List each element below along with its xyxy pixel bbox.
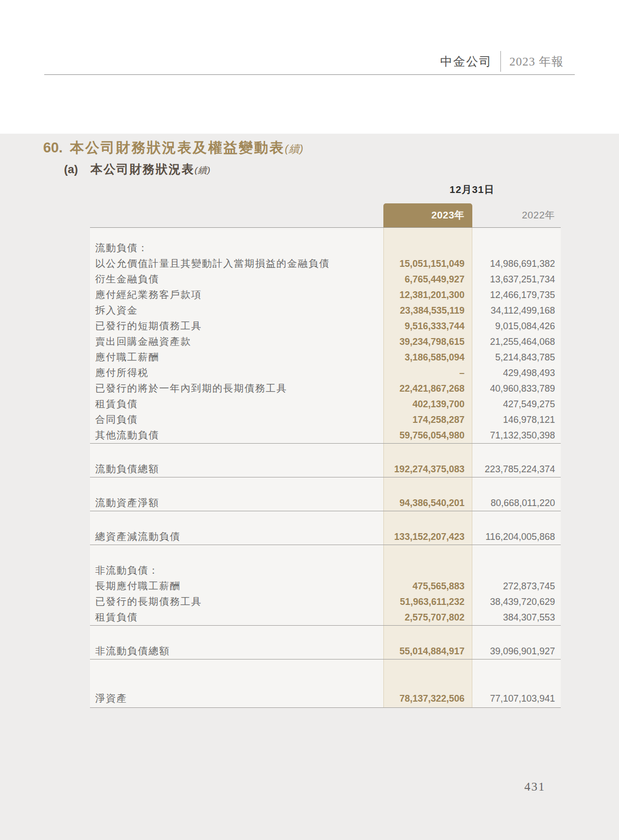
value-2023: 133,152,207,423 [383,529,472,545]
value-2023 [383,228,472,240]
value-2022 [472,626,561,643]
table-spacer-row [90,444,561,461]
value-2023: 39,234,798,615 [383,334,472,350]
row-label: 其他流動負債 [90,428,383,443]
value-2023 [383,545,472,563]
row-label: 淨資產 [90,690,383,707]
value-2022: 40,960,833,789 [472,381,561,396]
table-row: 租賃負債2,575,707,802384,307,553 [90,610,561,626]
subsection-title-continued: (續) [195,164,211,176]
value-2023 [383,511,472,529]
table-row: 應付職工薪酬3,186,585,0945,214,843,785 [90,350,561,365]
value-2023: 23,384,535,119 [383,303,472,318]
value-2022 [472,228,561,240]
value-2022: 14,986,691,382 [472,256,561,272]
value-2023: 6,765,449,927 [383,272,472,287]
value-2023: 15,051,151,049 [383,256,472,272]
table-row: 已發行的長期債務工具51,963,611,23238,439,720,629 [90,594,561,610]
row-label [90,660,383,690]
row-label: 衍生金融負債 [90,272,383,287]
row-label: 非流動負債： [90,563,383,578]
value-2022 [472,240,561,256]
table-row: 總資產減流動負債133,152,207,423116,204,005,868 [90,529,561,545]
header-rule [44,74,575,75]
table-row: 已發行的將於一年內到期的長期債務工具22,421,867,26840,960,8… [90,381,561,396]
table-row: 合同負債174,258,287146,978,121 [90,412,561,428]
value-2023: 192,274,375,083 [383,461,472,477]
section-title: 60. 本公司財務狀況表及權益變動表 (續) [43,138,304,157]
row-label: 總資產減流動負債 [90,529,383,545]
value-2022: 116,204,005,868 [472,529,561,545]
value-2022 [472,511,561,529]
row-label: 拆入資金 [90,303,383,318]
column-header-2022: 2022年 [522,203,555,227]
value-2022: 272,873,745 [472,578,561,594]
table-row: 流動負債： [90,240,561,256]
value-2023: 12,381,201,300 [383,287,472,303]
table-row: 以公允價值計量且其變動計入當期損益的金融負債15,051,151,04914,9… [90,256,561,272]
value-2022: 146,978,121 [472,412,561,428]
value-2022 [472,545,561,563]
table-row: 長期應付職工薪酬475,565,883272,873,745 [90,578,561,594]
report-year: 2023 年報 [509,54,564,70]
row-label [90,444,383,461]
column-header-2023: 2023年 [383,203,472,227]
subsection-title-text: 本公司財務狀況表 [91,161,195,177]
value-2023 [383,660,472,690]
value-2023: 174,258,287 [383,412,472,428]
row-label: 租賃負債 [90,396,383,412]
row-label: 已發行的將於一年內到期的長期債務工具 [90,381,383,396]
table-row: 應付所得税–429,498,493 [90,365,561,381]
page-number: 431 [524,780,546,794]
table-row: 應付經紀業務客戶款項12,381,201,30012,466,179,735 [90,287,561,303]
row-label: 賣出回購金融資產款 [90,334,383,350]
row-label: 合同負債 [90,412,383,428]
row-label [90,511,383,529]
table-row: 其他流動負債59,756,054,98071,132,350,398 [90,428,561,444]
value-2022 [472,660,561,690]
value-2022 [472,563,561,578]
table-spacer-row [90,477,561,495]
table-row: 流動資產淨額94,386,540,20180,668,011,220 [90,495,561,511]
value-2022: 5,214,843,785 [472,350,561,365]
table-spacer-row [90,545,561,563]
value-2023: 3,186,585,094 [383,350,472,365]
table-row: 已發行的短期債務工具9,516,333,7449,015,084,426 [90,318,561,334]
table-row: 賣出回購金融資產款39,234,798,61521,255,464,068 [90,334,561,350]
value-2022: 13,637,251,734 [472,272,561,287]
table-row: 非流動負債： [90,563,561,578]
subsection-letter: (a) [64,163,78,176]
row-label: 流動資產淨額 [90,495,383,511]
value-2023 [383,563,472,578]
row-label: 以公允價值計量且其變動計入當期損益的金融負債 [90,256,383,272]
table-spacer-row [90,228,561,240]
value-2022: 427,549,275 [472,396,561,412]
row-label: 長期應付職工薪酬 [90,578,383,594]
row-label: 應付職工薪酬 [90,350,383,365]
table-row: 租賃負債402,139,700427,549,275 [90,396,561,412]
row-label: 已發行的短期債務工具 [90,318,383,334]
row-label: 流動負債： [90,240,383,256]
value-2023: 94,386,540,201 [383,495,472,511]
section-title-text: 本公司財務狀況表及權益變動表 [70,138,285,157]
value-2022: 80,668,011,220 [472,495,561,511]
value-2023 [383,240,472,256]
row-label: 租賃負債 [90,610,383,625]
table-row: 衍生金融負債6,765,449,92713,637,251,734 [90,272,561,287]
table-row: 拆入資金23,384,535,11934,112,499,168 [90,303,561,318]
row-label: 應付所得税 [90,365,383,381]
table-body: 流動負債：以公允價值計量且其變動計入當期損益的金融負債15,051,151,04… [90,227,561,708]
table-row: 淨資產78,137,322,50677,107,103,941 [90,690,561,708]
value-2023 [383,444,472,461]
value-2022: 429,498,493 [472,365,561,381]
row-label: 流動負債總額 [90,461,383,477]
header-divider [500,51,501,72]
value-2023: 55,014,884,917 [383,643,472,659]
row-label [90,228,383,240]
table-spacer-row [90,660,561,690]
table-row: 非流動負債總額55,014,884,91739,096,901,927 [90,643,561,660]
value-2022: 384,307,553 [472,610,561,625]
table-spacer-row [90,511,561,529]
value-2023 [383,477,472,495]
value-2023: 22,421,867,268 [383,381,472,396]
